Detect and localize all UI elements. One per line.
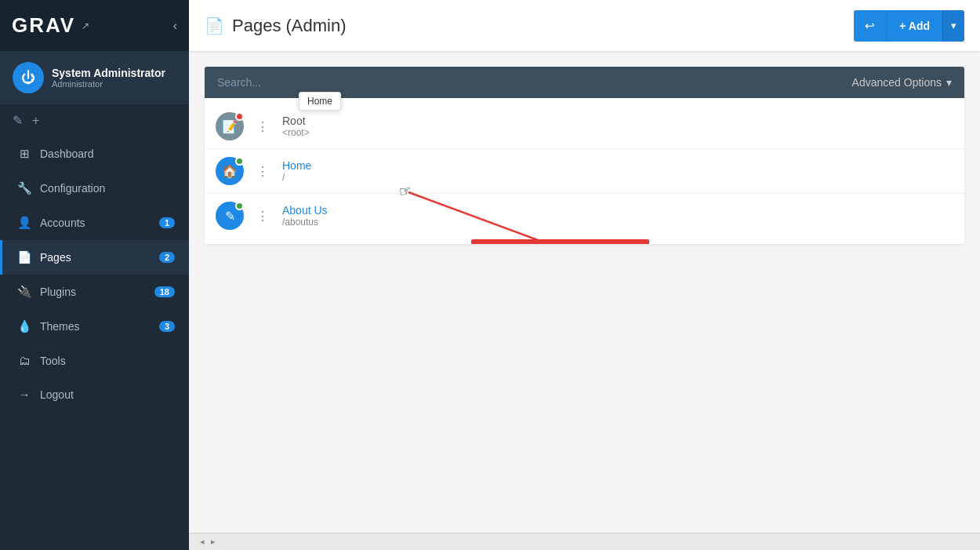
avatar-icon: ⏻ — [21, 70, 35, 86]
dashboard-nav-label: Dashboard — [40, 148, 94, 160]
tooltip-box: Home — [299, 92, 341, 111]
pages-list: 📝⋮Root<root>🏠⋮Home/✎⋮About Us/aboutus — [205, 98, 964, 244]
table-row: ✎⋮About Us/aboutus — [205, 194, 964, 238]
page-icon-aboutus: ✎ — [216, 202, 244, 230]
sidebar-item-plugins[interactable]: 🔌Plugins18 — [0, 275, 189, 309]
accounts-badge: 1 — [159, 217, 175, 228]
configuration-nav-icon: 🔧 — [16, 181, 32, 195]
user-role: Administrator — [52, 79, 165, 89]
avatar: ⏻ — [13, 62, 44, 93]
logout-nav-label: Logout — [40, 388, 74, 401]
pages-container: Advanced Options ▾ 📝⋮Root<root>🏠⋮Home/✎⋮… — [205, 67, 964, 244]
bottom-bar: ◂ ▸ — [189, 533, 980, 550]
add-button[interactable]: + Add — [886, 10, 942, 42]
search-input[interactable] — [217, 76, 852, 89]
back-button[interactable]: ↩ — [854, 10, 886, 42]
top-bar: 📄 Pages (Admin) ↩ + Add ▾ — [189, 0, 980, 51]
sidebar-toggle[interactable]: ‹ — [173, 19, 177, 33]
accounts-nav-label: Accounts — [40, 217, 85, 229]
themes-nav-icon: 💧 — [16, 319, 32, 333]
main-content: 📄 Pages (Admin) ↩ + Add ▾ Advanced Optio… — [189, 0, 980, 550]
content-area: Advanced Options ▾ 📝⋮Root<root>🏠⋮Home/✎⋮… — [189, 51, 980, 533]
logo-text: GRAV — [12, 13, 75, 38]
plugins-badge: 18 — [154, 286, 175, 297]
add-dropdown-button[interactable]: ▾ — [942, 10, 964, 42]
table-row: 📝⋮Root<root> — [205, 104, 964, 149]
page-info-root: Root<root> — [282, 115, 953, 138]
page-slug-aboutus: /aboutus — [282, 217, 953, 228]
dashboard-nav-icon: ⊞ — [16, 147, 32, 161]
plugins-nav-label: Plugins — [40, 286, 76, 298]
page-icon-home: 🏠 — [216, 157, 244, 185]
page-menu-root[interactable]: ⋮ — [252, 118, 274, 136]
themes-badge: 3 — [159, 321, 175, 332]
page-menu-home[interactable]: ⋮ — [252, 162, 274, 180]
top-bar-actions: ↩ + Add ▾ — [854, 10, 964, 42]
logo-area: GRAV ↗ — [12, 13, 89, 38]
page-slug-home: / — [282, 172, 953, 183]
sidebar-header: GRAV ↗ ‹ — [0, 0, 189, 51]
page-title-icon: 📄 — [205, 16, 224, 35]
page-info-home: Home/ — [282, 159, 953, 183]
page-icon-root: 📝 — [216, 112, 244, 140]
accounts-nav-icon: 👤 — [16, 216, 32, 230]
edit-profile-icon[interactable]: ✎ — [13, 113, 23, 128]
user-section: ⏻ System Administrator Administrator — [0, 51, 189, 105]
sidebar-item-dashboard[interactable]: ⊞Dashboard — [0, 137, 189, 171]
sidebar-nav: ⊞Dashboard🔧Configuration👤Accounts1📄Pages… — [0, 137, 189, 411]
status-dot-aboutus — [235, 202, 244, 210]
sidebar-item-logout[interactable]: →Logout — [0, 377, 189, 411]
tools-nav-label: Tools — [40, 355, 66, 367]
add-action-icon[interactable]: + — [32, 114, 39, 128]
pages-badge: 2 — [159, 252, 175, 263]
page-title-area: 📄 Pages (Admin) — [205, 16, 347, 36]
status-dot-root — [235, 112, 244, 121]
page-name-home[interactable]: Home — [282, 159, 953, 172]
page-name-aboutus[interactable]: About Us — [282, 204, 953, 217]
table-row: 🏠⋮Home/ — [205, 149, 964, 194]
advanced-options-chevron-icon: ▾ — [946, 76, 952, 89]
scroll-right-icon[interactable]: ▸ — [208, 537, 219, 547]
advanced-options-label: Advanced Options — [852, 76, 942, 89]
callout-box: Select the Page you want to edit — [471, 239, 649, 244]
logout-nav-icon: → — [16, 388, 32, 401]
external-link-icon[interactable]: ↗ — [82, 20, 89, 31]
page-info-aboutus: About Us/aboutus — [282, 204, 953, 228]
sidebar-item-tools[interactable]: 🗂Tools — [0, 344, 189, 377]
user-info: System Administrator Administrator — [52, 67, 165, 89]
sidebar-actions: ✎ + — [0, 105, 189, 137]
pages-nav-label: Pages — [40, 251, 71, 264]
sidebar-item-configuration[interactable]: 🔧Configuration — [0, 171, 189, 206]
page-menu-aboutus[interactable]: ⋮ — [252, 207, 274, 225]
page-title: Pages (Admin) — [232, 16, 347, 36]
tools-nav-icon: 🗂 — [16, 354, 32, 367]
status-dot-home — [235, 157, 244, 166]
themes-nav-label: Themes — [40, 320, 80, 333]
user-name: System Administrator — [52, 67, 165, 79]
configuration-nav-label: Configuration — [40, 182, 105, 195]
advanced-options-button[interactable]: Advanced Options ▾ — [852, 76, 952, 89]
sidebar-item-themes[interactable]: 💧Themes3 — [0, 309, 189, 344]
page-slug-root: <root> — [282, 127, 953, 138]
page-name-root[interactable]: Root — [282, 115, 953, 127]
sidebar-item-accounts[interactable]: 👤Accounts1 — [0, 206, 189, 240]
sidebar-item-pages[interactable]: 📄Pages2 — [0, 240, 189, 275]
pages-nav-icon: 📄 — [16, 250, 32, 264]
scroll-left-icon[interactable]: ◂ — [197, 537, 208, 547]
plugins-nav-icon: 🔌 — [16, 285, 32, 299]
sidebar: GRAV ↗ ‹ ⏻ System Administrator Administ… — [0, 0, 189, 550]
